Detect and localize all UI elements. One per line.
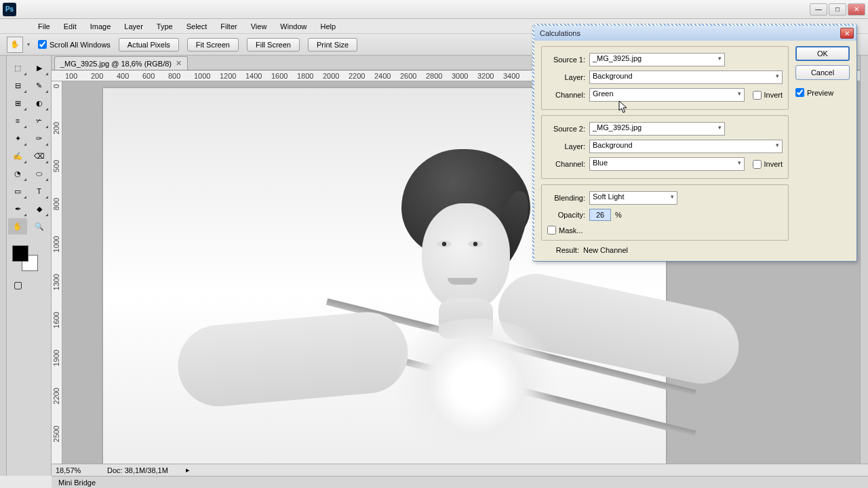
window-maximize-button[interactable]: □ — [829, 3, 846, 16]
brush-tool[interactable]: ✃ — [30, 113, 49, 129]
hand-tool[interactable]: ✋ — [8, 218, 27, 235]
source1-channel-label: Channel: — [547, 91, 585, 99]
pen-tool[interactable]: ▭ — [8, 183, 27, 199]
menu-type[interactable]: Type — [150, 20, 180, 33]
result-label: Result: — [541, 246, 579, 254]
preview-label: Preview — [807, 89, 833, 97]
menu-layer[interactable]: Layer — [117, 20, 150, 33]
document-tab-title: _MG_3925.jpg @ 18,6% (RGB/8) — [60, 60, 172, 68]
menu-image[interactable]: Image — [83, 20, 118, 33]
dodge-tool[interactable]: ⬭ — [30, 165, 49, 182]
foreground-color-swatch[interactable] — [12, 245, 28, 262]
cancel-button[interactable]: Cancel — [795, 65, 850, 80]
app-icon: Ps — [3, 3, 16, 16]
marquee-tool[interactable]: ▶ — [30, 60, 49, 76]
stamp-tool[interactable]: ✦ — [8, 130, 27, 146]
source1-layer-select[interactable]: Background — [589, 70, 783, 84]
status-bar: 18,57% Doc: 38,1M/38,1M ▸ — [52, 464, 868, 476]
ok-button[interactable]: OK — [795, 46, 850, 61]
source1-channel-select[interactable]: Green — [589, 88, 745, 102]
title-bar: Ps — □ ✕ — [0, 0, 868, 19]
source2-group: Source 2: _MG_3925.jpg Layer: Background… — [541, 115, 789, 179]
healing-tool[interactable]: ≡ — [8, 113, 27, 129]
menu-select[interactable]: Select — [180, 20, 214, 33]
right-dock-strip[interactable] — [860, 56, 868, 476]
fit-screen-button[interactable]: Fit Screen — [187, 38, 239, 52]
zoom-level[interactable]: 18,57% — [56, 466, 94, 474]
source2-channel-select[interactable]: Blue — [589, 157, 745, 171]
dialog-close-button[interactable]: ✕ — [840, 28, 854, 39]
source2-select[interactable]: _MG_3925.jpg — [589, 122, 725, 136]
source1-label: Source 1: — [547, 56, 585, 64]
opacity-label: Opacity: — [547, 211, 585, 219]
close-tab-icon[interactable]: ✕ — [176, 59, 182, 68]
document-tab[interactable]: _MG_3925.jpg @ 18,6% (RGB/8) ✕ — [54, 56, 188, 70]
source2-layer-select[interactable]: Background — [589, 140, 783, 153]
zoom-tool[interactable]: 🔍 — [30, 218, 49, 235]
menu-filter[interactable]: Filter — [214, 20, 243, 33]
menu-file[interactable]: File — [31, 20, 57, 33]
blending-group: Blending: Soft Light Opacity: % Mask... — [541, 184, 789, 241]
crop-tool[interactable]: ⊞ — [8, 95, 27, 111]
source2-layer-label: Layer: — [547, 142, 585, 150]
left-dock-strip[interactable] — [0, 56, 7, 476]
menu-view[interactable]: View — [244, 20, 274, 33]
source2-invert-label: Invert — [764, 160, 783, 168]
mini-bridge-tab[interactable]: Mini Bridge — [52, 476, 868, 488]
ruler-vertical[interactable]: 0200500800100013001600190022002500 — [52, 81, 62, 476]
blending-label: Blending: — [547, 194, 585, 202]
source1-group: Source 1: _MG_3925.jpg Layer: Background… — [541, 46, 789, 110]
menu-window[interactable]: Window — [273, 20, 313, 33]
type-tool[interactable]: T — [30, 183, 49, 199]
blending-select[interactable]: Soft Light — [589, 191, 677, 205]
source2-label: Source 2: — [547, 125, 585, 133]
menu-edit[interactable]: Edit — [57, 20, 83, 33]
path-tool[interactable]: ✒ — [8, 201, 27, 217]
history-brush-tool[interactable]: ✑ — [30, 130, 49, 146]
window-close-button[interactable]: ✕ — [848, 3, 865, 16]
calculations-dialog: Calculations ✕ Source 1: _MG_3925.jpg La… — [534, 25, 857, 262]
info-caret-icon[interactable]: ▸ — [186, 466, 190, 474]
shape-tool[interactable]: ◆ — [30, 201, 49, 217]
opacity-percent-suffix: % — [615, 211, 622, 219]
doc-size-info: Doc: 38,1M/38,1M — [107, 466, 168, 474]
source1-select[interactable]: _MG_3925.jpg — [589, 53, 725, 66]
mask-label: Mask... — [559, 226, 583, 235]
quickmask-toggle[interactable]: ▢ — [8, 277, 27, 293]
source1-invert-label: Invert — [764, 91, 783, 99]
lasso-tool[interactable]: ⊟ — [8, 77, 27, 94]
actual-pixels-button[interactable]: Actual Pixels — [119, 38, 179, 52]
mask-checkbox[interactable] — [547, 226, 556, 235]
scroll-all-label: Scroll All Windows — [50, 41, 111, 49]
eraser-tool[interactable]: ✍ — [8, 148, 27, 164]
menu-help[interactable]: Help — [313, 20, 342, 33]
scroll-all-windows-checkbox[interactable]: Scroll All Windows — [38, 40, 111, 49]
hand-tool-icon[interactable]: ✋ — [7, 37, 23, 53]
dialog-titlebar[interactable]: Calculations ✕ — [534, 26, 856, 41]
wand-tool[interactable]: ✎ — [30, 77, 49, 94]
source1-invert-checkbox[interactable] — [753, 91, 762, 100]
tools-panel: ⬚ ▶ ⊟ ✎ ⊞ ◐ ≡ ✃ ✦ ✑ ✍ ⌫ ◔ ⬭ ▭ T ✒ ◆ ✋ 🔍 … — [7, 56, 52, 476]
dropdown-caret-icon[interactable]: ▾ — [27, 41, 30, 47]
scroll-all-windows-input[interactable] — [38, 40, 47, 49]
print-size-button[interactable]: Print Size — [308, 38, 357, 52]
move-tool[interactable]: ⬚ — [8, 60, 27, 76]
result-select[interactable]: New Channel — [583, 246, 789, 254]
fill-screen-button[interactable]: Fill Screen — [247, 38, 300, 52]
eyedropper-tool[interactable]: ◐ — [30, 95, 49, 111]
source2-channel-label: Channel: — [547, 160, 585, 168]
dialog-title-text: Calculations — [540, 29, 580, 37]
source2-invert-checkbox[interactable] — [753, 160, 762, 169]
blur-tool[interactable]: ◔ — [8, 165, 27, 182]
color-swatches[interactable] — [8, 243, 50, 275]
preview-checkbox[interactable]: Preview — [795, 88, 850, 97]
source1-layer-label: Layer: — [547, 73, 585, 81]
window-minimize-button[interactable]: — — [810, 3, 827, 16]
opacity-input[interactable] — [589, 209, 611, 221]
gradient-tool[interactable]: ⌫ — [30, 148, 49, 164]
preview-checkbox-input[interactable] — [795, 88, 804, 97]
